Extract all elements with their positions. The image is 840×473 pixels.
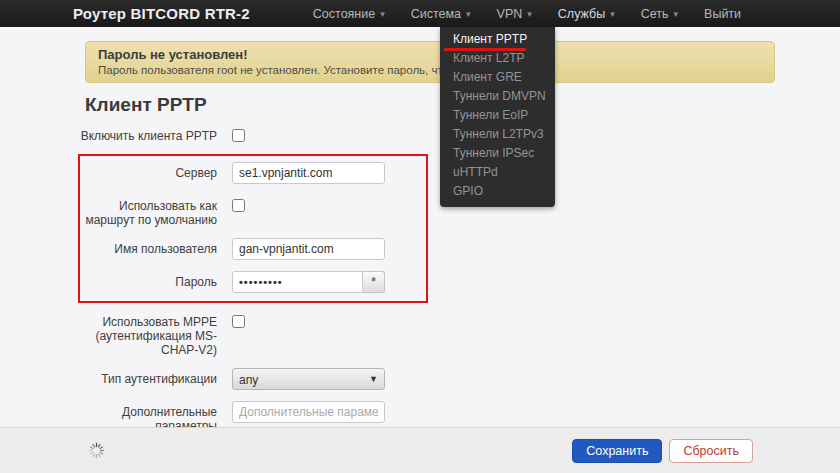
password-warning-banner: Пароль не установлен! Пароль пользовател…	[85, 41, 775, 83]
footer-buttons: Сохранить Сбросить	[572, 439, 753, 463]
default-route-label: Использовать как маршрут по умолчанию	[80, 195, 217, 227]
footer-bar: Сохранить Сбросить	[0, 427, 840, 473]
mppe-checkbox[interactable]	[232, 315, 245, 328]
nav-item-network[interactable]: Сеть ▾	[628, 0, 691, 27]
menu-item-dmvpn-tunnels[interactable]: Туннели DMVPN	[440, 87, 555, 106]
enable-pptp-label: Включить клиента PPTP	[65, 125, 217, 143]
password-label: Пароль	[80, 271, 217, 289]
auth-type-label: Тип аутентификации	[65, 368, 217, 386]
mppe-label: Использовать MPPE (аутентификация MS-CHA…	[65, 311, 217, 357]
nav-item-logout[interactable]: Выйти	[691, 0, 754, 27]
menu-item-l2tp-client[interactable]: Клиент L2TP	[440, 49, 555, 68]
pptp-client-form: Включить клиента PPTP Сервер Использоват…	[65, 125, 665, 433]
menu-item-l2tpv3-tunnels[interactable]: Туннели L2TPv3	[440, 125, 555, 144]
username-row: Имя пользователя	[80, 238, 426, 260]
menu-item-gpio[interactable]: GPIO	[440, 182, 555, 201]
extra-params-input[interactable]	[232, 401, 385, 423]
nav-item-services[interactable]: Службы ▾	[545, 0, 628, 27]
select-arrow-icon: ▼	[369, 374, 378, 384]
banner-title: Пароль не установлен!	[98, 47, 762, 63]
server-label: Сервер	[80, 162, 217, 180]
main-content: Пароль не установлен! Пароль пользовател…	[0, 27, 840, 427]
nav-item-system[interactable]: Система ▾	[398, 0, 484, 27]
nav-menu: Состояние ▾ Система ▾ VPN ▾ Службы ▾ Сет…	[300, 0, 754, 27]
username-input[interactable]	[232, 238, 385, 260]
menu-item-uhttpd[interactable]: uHTTPd	[440, 163, 555, 182]
chevron-down-icon: ▾	[610, 9, 615, 19]
default-route-row: Использовать как маршрут по умолчанию	[80, 195, 426, 227]
save-button[interactable]: Сохранить	[572, 439, 662, 463]
loading-spinner-icon	[88, 442, 105, 459]
enable-pptp-row: Включить клиента PPTP	[65, 125, 665, 143]
default-route-checkbox[interactable]	[232, 199, 245, 212]
nav-item-status[interactable]: Состояние ▾	[300, 0, 398, 27]
nav-item-vpn[interactable]: VPN ▾	[484, 0, 545, 27]
enable-pptp-checkbox[interactable]	[232, 129, 245, 142]
server-row: Сервер	[80, 162, 426, 184]
password-input[interactable]	[232, 271, 363, 293]
brand-title[interactable]: Роутер BITCORD RTR-2	[73, 5, 250, 22]
menu-item-eoip-tunnels[interactable]: Туннели EoIP	[440, 106, 555, 125]
password-reveal-button[interactable]: *	[363, 271, 385, 293]
server-input[interactable]	[232, 162, 385, 184]
services-dropdown-menu: Клиент PPTP Клиент L2TP Клиент GRE Тунне…	[440, 27, 555, 207]
username-label: Имя пользователя	[80, 238, 217, 256]
auth-type-row: Тип аутентификации any ▼	[65, 368, 665, 390]
chevron-down-icon: ▾	[527, 9, 532, 19]
menu-item-gre-client[interactable]: Клиент GRE	[440, 68, 555, 87]
auth-type-value: any	[239, 373, 258, 387]
red-annotation-underline	[444, 48, 526, 51]
chevron-down-icon: ▾	[466, 9, 471, 19]
chevron-down-icon: ▾	[380, 9, 385, 19]
reset-button[interactable]: Сбросить	[669, 439, 753, 463]
banner-text: Пароль пользователя root не установлен. …	[98, 63, 762, 77]
mppe-row: Использовать MPPE (аутентификация MS-CHA…	[65, 311, 665, 357]
menu-item-ipsec-tunnels[interactable]: Туннели IPSec	[440, 144, 555, 163]
top-navbar: Роутер BITCORD RTR-2 Состояние ▾ Система…	[0, 0, 840, 27]
menu-item-pptp-client[interactable]: Клиент PPTP	[440, 30, 555, 49]
auth-type-select[interactable]: any ▼	[232, 368, 385, 390]
red-annotation-box: Сервер Использовать как маршрут по умолч…	[78, 154, 428, 303]
password-row: Пароль *	[80, 271, 426, 293]
chevron-down-icon: ▾	[674, 9, 679, 19]
